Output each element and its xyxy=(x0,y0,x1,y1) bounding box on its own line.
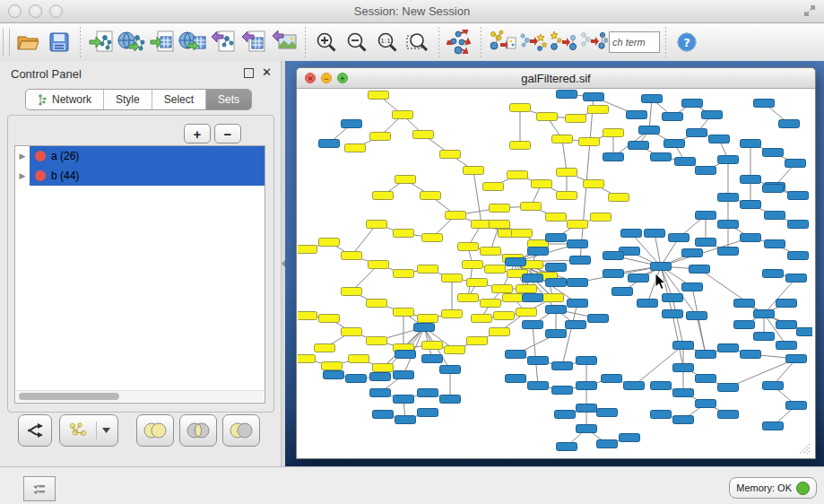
import-table-from-url-icon[interactable] xyxy=(178,27,208,57)
create-group-from-set-button[interactable] xyxy=(59,414,118,447)
export-network-icon[interactable] xyxy=(208,27,239,57)
toolbar-separator xyxy=(665,27,666,57)
yellow-network-icon xyxy=(67,421,91,440)
tab-select[interactable]: Select xyxy=(152,90,205,109)
help-button[interactable]: ? xyxy=(672,27,702,57)
first-neighbors-of-selected-icon[interactable] xyxy=(487,27,517,57)
apply-preferred-layout-icon[interactable] xyxy=(445,27,475,57)
task-history-button[interactable] xyxy=(23,476,56,501)
toolbar-separator xyxy=(481,27,481,57)
set-row-a[interactable]: ▶ a (26) xyxy=(15,146,265,166)
export-image-icon[interactable] xyxy=(269,27,299,57)
zoom-out-icon[interactable] xyxy=(342,27,372,57)
memory-status-button[interactable]: Memory: OK xyxy=(729,477,817,499)
intersection-icon xyxy=(185,421,212,440)
zoom-in-icon[interactable] xyxy=(311,27,342,57)
remove-set-button[interactable]: − xyxy=(214,124,241,143)
union-sets-button[interactable] xyxy=(136,414,174,447)
search-text: ch term xyxy=(612,37,646,48)
tab-select-label: Select xyxy=(164,93,194,106)
tab-network-label: Network xyxy=(52,93,91,106)
status-bar: Memory: OK xyxy=(0,466,824,504)
set-row-selection: b (44) xyxy=(30,166,265,186)
set-color-icon xyxy=(35,151,46,161)
difference-sets-button[interactable] xyxy=(222,414,260,447)
svg-text:1:1: 1:1 xyxy=(380,38,390,45)
scrollbar-thumb[interactable] xyxy=(19,393,119,400)
memory-status-label: Memory: OK xyxy=(736,482,792,493)
mouse-cursor xyxy=(655,273,667,291)
tab-style[interactable]: Style xyxy=(103,90,152,109)
expand-triangle-icon[interactable]: ▶ xyxy=(15,171,30,180)
zoom-actual-size-icon[interactable]: 1:1 xyxy=(372,27,403,57)
window-titlebar: Session: New Session xyxy=(0,0,824,23)
open-file-icon[interactable] xyxy=(13,27,44,57)
expand-window-icon[interactable] xyxy=(802,4,817,18)
control-panel-header: Control Panel ✕ xyxy=(0,61,281,86)
network-tab-icon xyxy=(38,94,48,106)
set-color-icon xyxy=(35,170,46,181)
intersection-sets-button[interactable] xyxy=(179,414,217,447)
add-set-button[interactable]: + xyxy=(184,124,211,143)
select-from-file-icon[interactable] xyxy=(517,27,548,57)
zoom-selected-region-icon[interactable] xyxy=(403,27,433,57)
set-name: b (44) xyxy=(51,169,79,182)
button-divider xyxy=(96,421,97,439)
network-view-window[interactable]: ✕ − + galFiltered.sif xyxy=(296,67,816,459)
search-input[interactable]: ch term xyxy=(609,31,660,53)
network-canvas[interactable] xyxy=(298,90,812,456)
toolbar-separator xyxy=(305,27,306,57)
remove-set-label: − xyxy=(224,127,232,141)
show-all-nodes-edges-icon[interactable] xyxy=(578,27,609,57)
import-network-from-url-icon[interactable] xyxy=(117,27,147,57)
split-sets-button[interactable] xyxy=(18,414,52,447)
network-graph[interactable] xyxy=(298,90,812,456)
network-window-titlebar[interactable]: ✕ − + galFiltered.sif xyxy=(297,68,815,89)
task-list-icon xyxy=(32,482,47,495)
tab-sets-label: Sets xyxy=(218,93,239,106)
expand-triangle-icon[interactable]: ▶ xyxy=(15,152,30,161)
network-window-title: galFiltered.sif xyxy=(297,72,815,85)
set-row-b[interactable]: ▶ b (44) xyxy=(15,166,265,186)
add-set-label: + xyxy=(194,127,202,141)
float-panel-icon[interactable] xyxy=(244,68,254,78)
sets-list: ▶ a (26) ▶ b (44) xyxy=(14,145,265,404)
control-panel-tabs: Network Style Select Sets xyxy=(25,89,252,110)
import-table-from-file-icon[interactable] xyxy=(147,27,178,57)
tab-style-label: Style xyxy=(116,93,140,106)
import-network-from-file-icon[interactable] xyxy=(86,27,117,57)
chevron-down-icon xyxy=(102,428,110,433)
tab-network[interactable]: Network xyxy=(26,90,103,109)
control-panel: Control Panel ✕ Network Style Select Set… xyxy=(0,61,281,466)
union-icon xyxy=(142,421,169,440)
set-row-selection: a (26) xyxy=(30,146,265,166)
control-panel-title: Control Panel xyxy=(11,67,82,81)
horizontal-scrollbar[interactable] xyxy=(16,390,264,402)
close-panel-icon[interactable]: ✕ xyxy=(262,65,272,79)
network-desktop: ✕ − + galFiltered.sif xyxy=(285,61,824,466)
split-icon xyxy=(25,421,45,440)
memory-ok-icon xyxy=(796,482,810,495)
toolbar: 1:1 ch term ? xyxy=(0,23,824,62)
set-name: a (26) xyxy=(51,150,79,162)
svg-text:?: ? xyxy=(683,36,690,49)
tab-sets[interactable]: Sets xyxy=(205,90,251,109)
save-session-icon[interactable] xyxy=(44,27,74,57)
difference-icon xyxy=(228,421,255,440)
toolbar-grip xyxy=(3,29,10,56)
toolbar-separator xyxy=(80,27,81,57)
resize-grip-icon[interactable] xyxy=(799,443,811,455)
hide-selected-icon[interactable] xyxy=(548,27,578,57)
export-table-icon[interactable] xyxy=(239,27,269,57)
window-title: Session: New Session xyxy=(0,4,824,18)
toolbar-separator xyxy=(438,27,439,57)
